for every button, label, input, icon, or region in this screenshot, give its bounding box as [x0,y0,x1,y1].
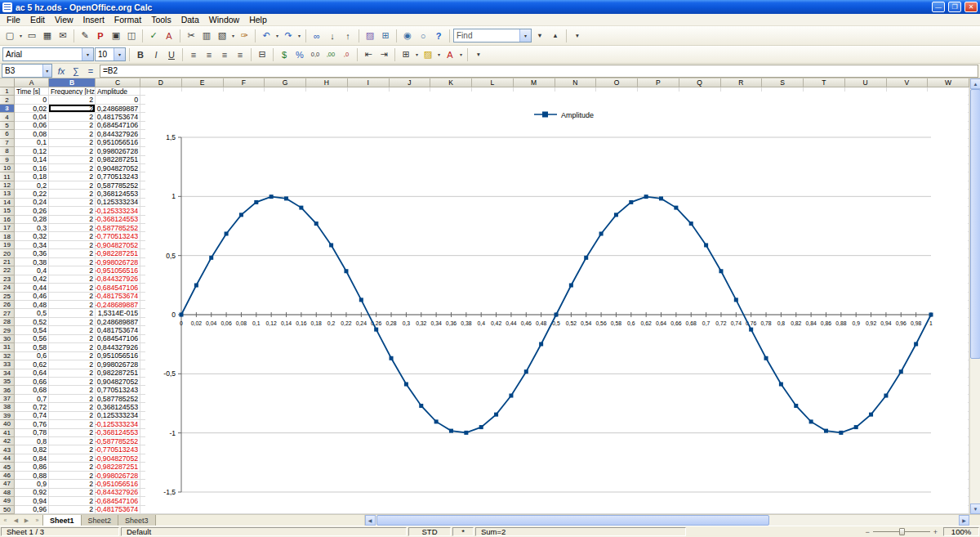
function-wizard-button[interactable]: fx [54,65,69,78]
delete-decimal-button[interactable]: ,0 [339,47,354,62]
number-format-currency-button[interactable]: $ [277,47,292,62]
cell-B40[interactable]: 2 [49,420,96,428]
cell-C31[interactable]: 0,844327926 [96,343,140,351]
cell-C16[interactable]: -0,368124553 [96,216,140,224]
column-header-P[interactable]: P [638,78,679,87]
spelling-button[interactable]: ✓ [146,29,161,43]
cell-A32[interactable]: 0,6 [15,352,49,360]
gallery-button[interactable]: ▨ [363,29,377,43]
name-box[interactable]: ▾ [2,64,52,78]
cell-B16[interactable]: 2 [49,216,96,224]
cell-C50[interactable]: -0,481753674 [96,506,140,514]
cell-A30[interactable]: 0,56 [15,335,49,343]
row-header-49[interactable]: 49 [0,497,15,505]
cell-B26[interactable]: 2 [49,301,96,309]
cell-A4[interactable]: 0,04 [15,113,49,121]
row-header-30[interactable]: 30 [0,335,15,343]
cell-B42[interactable]: 2 [49,437,96,445]
close-button[interactable]: ✕ [964,2,978,12]
menu-help[interactable]: Help [244,14,272,25]
font-size-combo[interactable]: 10▾ [95,47,126,61]
menu-data[interactable]: Data [176,14,204,25]
cell-A19[interactable]: 0,34 [15,241,49,249]
cell-A38[interactable]: 0,72 [15,403,49,411]
find-input[interactable] [454,29,519,42]
row-header-6[interactable]: 6 [0,130,15,138]
sum-button[interactable]: ∑ [69,65,83,78]
last-sheet-button[interactable]: » [32,515,42,526]
cell-C9[interactable]: 0,982287251 [96,156,140,164]
cell-C25[interactable]: -0,481753674 [96,293,140,301]
cell-A8[interactable]: 0,12 [15,147,49,155]
cell-A48[interactable]: 0,92 [15,489,49,497]
cell-A46[interactable]: 0,88 [15,472,49,480]
name-box-input[interactable] [2,65,42,77]
find-box-dropdown-icon[interactable]: ▾ [519,29,531,42]
cell-C27[interactable]: 1,5314E-015 [96,309,140,317]
cell-B35[interactable]: 2 [49,378,96,386]
row-header-7[interactable]: 7 [0,139,15,147]
row-header-15[interactable]: 15 [0,207,15,215]
previous-sheet-button[interactable]: ◀ [11,515,21,526]
column-header-S[interactable]: S [762,78,804,87]
cell-B30[interactable]: 2 [49,335,96,343]
column-header-E[interactable]: E [182,78,224,87]
cell-C21[interactable]: -0,998026728 [96,258,140,266]
cell-B22[interactable]: 2 [49,266,96,275]
row-header-47[interactable]: 47 [0,480,15,488]
row-header-41[interactable]: 41 [0,429,15,437]
background-color-button[interactable]: ▨ [421,47,435,62]
cell-B27[interactable]: 2 [49,309,96,317]
cell-B18[interactable]: 2 [49,232,96,240]
align-right-button[interactable]: ≡ [217,47,232,62]
cell-C12[interactable]: 0,587785252 [96,181,140,190]
cell-B37[interactable]: 2 [49,395,96,403]
find-replace-button[interactable]: ◉ [400,29,415,43]
menu-view[interactable]: View [50,14,78,25]
zoom-slider-thumb[interactable] [899,528,905,535]
cell-C42[interactable]: -0,587785252 [96,437,140,445]
cell-C3[interactable]: 0,248689887 [96,105,140,113]
row-header-43[interactable]: 43 [0,445,15,454]
number-format-percent-button[interactable]: % [292,47,307,62]
row-header-27[interactable]: 27 [0,309,15,317]
cell-B3[interactable]: 2 [49,105,96,113]
menu-format[interactable]: Format [109,14,146,25]
cell-C7[interactable]: 0,951056516 [96,139,140,147]
first-sheet-button[interactable]: « [0,515,11,526]
auto-spellcheck-button[interactable]: A [162,29,176,43]
cell-C11[interactable]: 0,770513243 [96,172,140,181]
column-header-C[interactable]: C [96,78,140,87]
cell-C10[interactable]: 0,904827052 [96,164,140,172]
cell-A26[interactable]: 0,48 [15,301,49,309]
cell-B49[interactable]: 2 [49,497,96,505]
zoom-control[interactable]: − + [860,526,942,537]
cut-button[interactable]: ✂ [184,29,198,43]
cell-B28[interactable]: 2 [49,318,96,326]
row-header-17[interactable]: 17 [0,224,15,232]
cell-B36[interactable]: 2 [49,386,96,394]
scroll-up-icon[interactable]: ▲ [970,78,980,89]
navigator-button[interactable]: ⊞ [378,29,393,43]
cell-B5[interactable]: 2 [49,122,96,130]
row-header-4[interactable]: 4 [0,113,15,121]
cell-C28[interactable]: 0,248689887 [96,318,140,326]
cell-C44[interactable]: -0,904827052 [96,454,140,463]
paste-button-dropdown-icon[interactable]: ▾ [230,33,236,38]
new-document-button-dropdown-icon[interactable]: ▾ [18,33,24,38]
cell-A14[interactable]: 0,24 [15,199,49,207]
underline-button[interactable]: U [164,47,179,62]
zoom-slider[interactable] [873,531,930,532]
formula-input[interactable] [100,65,978,78]
cell-B34[interactable]: 2 [49,369,96,378]
cell-C4[interactable]: 0,481753674 [96,113,140,121]
scroll-left-icon[interactable]: ◀ [365,515,376,526]
cell-A36[interactable]: 0,68 [15,386,49,394]
cell-A39[interactable]: 0,74 [15,412,49,420]
align-left-button[interactable]: ≡ [186,47,201,62]
document-as-email-button[interactable]: ✉ [56,29,70,43]
cell-A35[interactable]: 0,66 [15,378,49,386]
row-header-2[interactable]: 2 [0,96,15,104]
vertical-scrollbar[interactable]: ▲ ▼ [969,78,980,514]
column-header-H[interactable]: H [306,78,348,87]
